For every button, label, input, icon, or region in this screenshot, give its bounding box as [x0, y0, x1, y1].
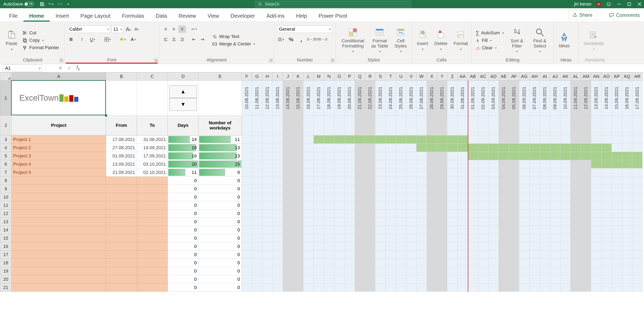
cell[interactable]	[334, 275, 344, 284]
cell[interactable]	[396, 250, 406, 259]
cell[interactable]	[283, 176, 293, 185]
decrease-indent-icon[interactable]: ⇤	[190, 36, 198, 43]
cell[interactable]	[324, 210, 334, 218]
cell[interactable]	[304, 250, 314, 259]
cell[interactable]	[365, 234, 375, 242]
column-header[interactable]: AD	[488, 72, 499, 80]
column-header[interactable]: T	[386, 72, 396, 80]
cell[interactable]	[622, 226, 632, 234]
increase-font-icon[interactable]: A▴	[124, 26, 132, 33]
cell[interactable]	[252, 234, 262, 242]
cell[interactable]: 0	[198, 234, 242, 242]
cell[interactable]	[550, 234, 560, 242]
cell[interactable]: 31.08.2021	[137, 136, 168, 144]
cell[interactable]	[468, 160, 478, 168]
cell[interactable]	[437, 160, 447, 168]
cell[interactable]: 0	[168, 275, 198, 284]
cell[interactable]	[612, 144, 622, 152]
spinner-up-icon[interactable]: ▲	[170, 85, 197, 98]
cell[interactable]: 0	[198, 185, 242, 193]
cell[interactable]	[550, 250, 560, 259]
cell[interactable]	[570, 218, 581, 226]
cell[interactable]	[304, 144, 314, 152]
cell[interactable]	[283, 144, 293, 152]
cell[interactable]	[437, 152, 447, 160]
cell[interactable]	[314, 152, 324, 160]
cell[interactable]	[530, 259, 540, 267]
cell[interactable]	[550, 242, 560, 250]
cell[interactable]	[458, 259, 468, 267]
row-header[interactable]: 10	[0, 193, 12, 201]
cell[interactable]	[478, 160, 488, 168]
cell[interactable]	[416, 136, 427, 144]
cell[interactable]	[447, 284, 458, 292]
cell[interactable]	[488, 259, 499, 267]
cell[interactable]	[137, 176, 168, 185]
cell[interactable]	[550, 226, 560, 234]
cell[interactable]	[314, 168, 324, 176]
orientation-icon[interactable]: ⤺▾	[190, 26, 198, 33]
cell[interactable]	[375, 168, 386, 176]
cell[interactable]	[324, 176, 334, 185]
cell[interactable]: 01.09.2021	[106, 152, 137, 160]
cell[interactable]	[283, 275, 293, 284]
cell[interactable]	[632, 136, 642, 144]
cell[interactable]	[540, 152, 550, 160]
column-header[interactable]: Y	[437, 72, 447, 80]
dialog-launcher-icon[interactable]: ⧉	[331, 58, 334, 62]
cell[interactable]	[550, 218, 560, 226]
cell[interactable]	[602, 168, 612, 176]
cell[interactable]	[427, 275, 437, 284]
cell[interactable]: Project 4	[12, 160, 106, 168]
cell[interactable]	[324, 226, 334, 234]
column-header[interactable]: AC	[478, 72, 488, 80]
tab-insert[interactable]: Insert	[50, 10, 74, 22]
cell[interactable]	[355, 284, 365, 292]
date-header[interactable]: 21.08.2021	[355, 80, 365, 116]
cell[interactable]	[375, 116, 386, 136]
cell[interactable]	[272, 193, 283, 201]
cell[interactable]	[447, 144, 458, 152]
cell[interactable]	[324, 267, 334, 275]
cell[interactable]	[530, 242, 540, 250]
cell[interactable]	[478, 144, 488, 152]
cell[interactable]	[262, 242, 272, 250]
cell[interactable]	[478, 226, 488, 234]
cell[interactable]	[570, 250, 581, 259]
cell[interactable]	[386, 116, 396, 136]
cell[interactable]	[530, 210, 540, 218]
cell[interactable]	[406, 176, 416, 185]
cell[interactable]	[540, 250, 550, 259]
cell[interactable]	[612, 176, 622, 185]
cell[interactable]	[12, 250, 106, 259]
cell[interactable]	[344, 275, 355, 284]
cell[interactable]	[386, 218, 396, 226]
italic-button[interactable]: I	[78, 36, 86, 43]
cell[interactable]: Project 5	[12, 168, 106, 176]
font-size-combo[interactable]: 11▾	[112, 26, 124, 33]
cell[interactable]	[324, 168, 334, 176]
align-center-icon[interactable]	[170, 36, 178, 43]
cell[interactable]	[447, 226, 458, 234]
cell[interactable]	[137, 234, 168, 242]
tab-view[interactable]: View	[202, 10, 225, 22]
tab-review[interactable]: Review	[173, 10, 202, 22]
cell[interactable]	[314, 144, 324, 152]
column-header[interactable]: K	[293, 72, 304, 80]
column-header[interactable]: I	[272, 72, 283, 80]
cell[interactable]	[272, 259, 283, 267]
cell[interactable]	[458, 185, 468, 193]
comments-button[interactable]: Comments	[606, 10, 643, 20]
cell[interactable]	[468, 242, 478, 250]
cell[interactable]	[416, 242, 427, 250]
cell[interactable]	[499, 267, 509, 275]
cell[interactable]	[468, 284, 478, 292]
cell[interactable]	[622, 116, 632, 136]
cell[interactable]	[602, 152, 612, 160]
cell[interactable]	[437, 284, 447, 292]
cell[interactable]	[622, 259, 632, 267]
cell[interactable]	[447, 201, 458, 210]
cell[interactable]	[137, 193, 168, 201]
cell[interactable]	[293, 116, 304, 136]
cell[interactable]	[272, 218, 283, 226]
